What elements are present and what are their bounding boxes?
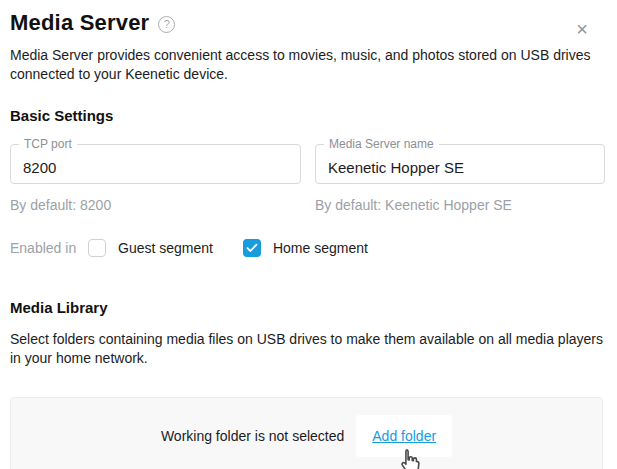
enabled-in-row: Enabled in Guest segment Home segment: [10, 239, 605, 257]
home-segment-checkbox[interactable]: [243, 239, 261, 257]
guest-segment-checkbox[interactable]: [88, 239, 106, 257]
empty-state-text: Working folder is not selected: [161, 428, 344, 444]
page-title: Media Server: [10, 10, 149, 36]
media-server-dialog: Media Server ? × Media Server provides c…: [0, 0, 617, 469]
intro-text: Media Server provides convenient access …: [10, 46, 600, 84]
tcp-port-default-hint: By default: 8200: [10, 197, 315, 213]
help-icon[interactable]: ?: [158, 16, 175, 33]
server-name-label: Media Server name: [324, 137, 439, 151]
media-library-heading: Media Library: [10, 299, 605, 316]
dialog-header: Media Server ? ×: [10, 10, 605, 36]
guest-segment-option[interactable]: Guest segment: [88, 239, 213, 257]
add-folder-highlight: Add folder: [356, 415, 452, 457]
tcp-port-label: TCP port: [19, 137, 77, 151]
media-library-description: Select folders containing media files on…: [10, 330, 605, 368]
home-segment-label[interactable]: Home segment: [273, 240, 368, 256]
tcp-port-field-wrap: TCP port: [10, 144, 301, 184]
server-name-field-wrap: Media Server name: [315, 144, 605, 184]
basic-settings-heading: Basic Settings: [10, 107, 605, 124]
defaults-row: By default: 8200 By default: Keenetic Ho…: [10, 197, 605, 213]
guest-segment-label[interactable]: Guest segment: [118, 240, 213, 256]
server-name-default-hint: By default: Keenetic Hopper SE: [315, 197, 512, 213]
home-segment-option[interactable]: Home segment: [243, 239, 368, 257]
add-folder-link[interactable]: Add folder: [372, 428, 436, 444]
media-library-panel: Working folder is not selected Add folde…: [10, 397, 603, 469]
checkmark-icon: [246, 243, 258, 253]
inputs-row: TCP port Media Server name: [10, 144, 605, 184]
hand-cursor-icon: [396, 447, 424, 469]
close-icon[interactable]: ×: [571, 18, 593, 40]
enabled-in-label: Enabled in: [10, 240, 88, 256]
